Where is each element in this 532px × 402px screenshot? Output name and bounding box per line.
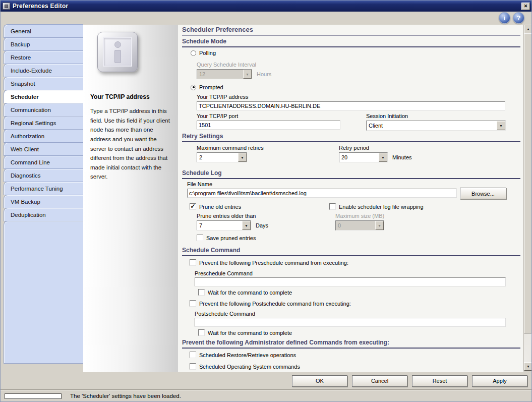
post-wait-row: ✓ Wait for the command to complete	[198, 329, 292, 336]
prevent-preschedule-checkbox[interactable]: ✓	[190, 259, 196, 266]
max-retries-select[interactable]: 2 ▼	[197, 152, 247, 162]
preschedule-command-label: Preschedule Command	[195, 270, 253, 276]
section-schedule-log: Schedule Log	[182, 169, 520, 179]
file-name-label: File Name	[187, 181, 212, 187]
prune-older-label: Prune entries older than	[197, 213, 256, 219]
sched-os-checkbox[interactable]: ✓	[190, 363, 196, 370]
sidebar-item-command-line[interactable]: Command Line	[4, 155, 83, 169]
prune-old-entries-row: ✓ Prune old entries	[190, 203, 241, 210]
prevent-postschedule-checkbox[interactable]: ✓	[190, 300, 196, 307]
scheduler-preferences-panel: Scheduler Preferences Schedule Mode Poll…	[178, 25, 523, 372]
sched-restore-checkbox[interactable]: ✓	[190, 352, 196, 358]
preschedule-command-input[interactable]	[195, 277, 506, 286]
log-wrapping-label: Enable scheduler log file wrapping	[339, 204, 424, 210]
prune-old-entries-checkbox[interactable]: ✓	[190, 203, 196, 210]
sidebar-item-restore[interactable]: Restore	[4, 50, 83, 64]
polling-label: Polling	[199, 50, 216, 56]
check-icon: ✓	[190, 203, 195, 209]
section-schedule-mode: Schedule Mode	[182, 38, 520, 47]
vertical-scrollbar[interactable]: ▲ ▼	[523, 25, 532, 371]
sidebar-item-deduplication[interactable]: Deduplication	[4, 208, 83, 221]
sidebar-item-scheduler[interactable]: Scheduler	[4, 90, 83, 103]
section-retry-settings: Retry Settings	[182, 133, 520, 142]
prevent-postschedule-row: ✓ Prevent the following Postschedule com…	[190, 300, 351, 307]
max-retries-label: Maximum command retries	[197, 145, 264, 151]
retry-period-row: 20 ▼ Minutes	[339, 152, 412, 162]
prompted-label: Prompted	[199, 84, 223, 90]
sched-restore-label: Scheduled Restore/Retrieve operations	[199, 352, 296, 358]
session-initiation-select[interactable]: Client ▼	[366, 121, 506, 131]
tcpip-address-input[interactable]	[197, 101, 505, 110]
prevent-preschedule-label: Prevent the following Preschedule comman…	[199, 260, 348, 266]
sched-os-row: ✓ Scheduled Operating System commands	[190, 363, 300, 370]
title-bar: Preferences Editor ✕	[1, 1, 531, 12]
file-name-input[interactable]	[187, 189, 457, 198]
top-toolbar: i ?	[1, 12, 531, 25]
sidebar-item-include-exclude[interactable]: Include-Exclude	[4, 64, 83, 77]
apply-button[interactable]: Apply	[472, 375, 527, 387]
reset-button[interactable]: Reset	[412, 375, 467, 387]
help-panel-body: Type a TCP/IP address in this field. Use…	[90, 106, 171, 182]
cancel-button[interactable]: Cancel	[352, 375, 407, 387]
info-icon[interactable]: i	[499, 12, 510, 24]
sched-restore-row: ✓ Scheduled Restore/Retrieve operations	[190, 352, 296, 358]
page-title: Scheduler Preferences	[182, 26, 520, 36]
dropdown-arrow-icon[interactable]: ▼	[242, 221, 251, 230]
log-wrapping-checkbox[interactable]: ✓	[329, 203, 336, 210]
sidebar: General Backup Restore Include-Exclude S…	[4, 25, 83, 372]
log-wrapping-row: ✓ Enable scheduler log file wrapping	[329, 203, 424, 210]
section-admin-commands: Prevent the following Administrator defi…	[182, 339, 520, 349]
prune-older-select[interactable]: 7 ▼	[197, 220, 251, 231]
save-pruned-label: Save pruned entries	[206, 235, 256, 241]
pre-wait-checkbox[interactable]: ✓	[198, 289, 205, 296]
sidebar-item-general[interactable]: General	[4, 24, 83, 38]
sidebar-item-snapshot[interactable]: Snapshot	[4, 77, 83, 90]
sidebar-item-authorization[interactable]: Authorization	[4, 129, 83, 143]
postschedule-command-input[interactable]	[195, 318, 506, 327]
tcpip-port-input[interactable]	[197, 121, 340, 130]
close-icon[interactable]: ✕	[521, 3, 530, 10]
post-wait-label: Wait for the command to complete	[208, 330, 292, 336]
scrollbar-thumb[interactable]	[524, 33, 532, 333]
pre-wait-label: Wait for the command to complete	[208, 290, 292, 296]
save-pruned-row: ✓ Save pruned entries	[197, 235, 256, 241]
dropdown-arrow-icon: ▼	[375, 221, 384, 230]
sidebar-item-backup[interactable]: Backup	[4, 37, 83, 51]
scrollbar-up-icon[interactable]: ▲	[524, 25, 532, 33]
sidebar-item-web-client[interactable]: Web Client	[4, 142, 83, 156]
session-initiation-label: Session Initiation	[366, 113, 408, 119]
scrollbar-down-icon[interactable]: ▼	[524, 362, 532, 371]
polling-radio[interactable]	[191, 50, 196, 56]
prune-older-unit: Days	[256, 222, 268, 228]
sidebar-filler	[4, 221, 83, 364]
sidebar-item-regional-settings[interactable]: Regional Settings	[4, 116, 83, 130]
sidebar-item-communication[interactable]: Communication	[4, 103, 83, 117]
help-panel-heading: Your TCP/IP address	[90, 93, 171, 100]
sidebar-item-vm-backup[interactable]: VM Backup	[4, 195, 83, 208]
dropdown-arrow-icon[interactable]: ▼	[379, 153, 387, 162]
sidebar-item-diagnostics[interactable]: Diagnostics	[4, 168, 83, 182]
preferences-editor-window: { "window": { "title": "Preferences Edit…	[0, 0, 532, 402]
retry-period-select[interactable]: 20 ▼	[339, 152, 388, 162]
retry-period-unit: Minutes	[392, 154, 412, 160]
prevent-postschedule-label: Prevent the following Postschedule comma…	[199, 301, 351, 307]
help-icon[interactable]: ?	[513, 12, 524, 24]
window-title: Preferences Editor	[13, 3, 521, 10]
max-size-label: Maximum size (MB)	[335, 213, 384, 219]
dropdown-arrow-icon[interactable]: ▼	[238, 153, 247, 162]
status-message: The 'Scheduler' settings have been loade…	[70, 393, 181, 399]
query-interval-row: 12 ▼ Hours	[197, 69, 271, 79]
sidebar-item-performance-tuning[interactable]: Performance Tuning	[4, 182, 83, 195]
dropdown-arrow-icon[interactable]: ▼	[497, 121, 505, 130]
post-wait-checkbox[interactable]: ✓	[198, 329, 205, 336]
app-icon	[3, 3, 10, 10]
sched-os-label: Scheduled Operating System commands	[199, 364, 300, 370]
prompted-radio[interactable]	[191, 85, 196, 90]
query-interval-label: Query Schedule Interval	[197, 62, 256, 68]
prompted-radio-row: Prompted	[191, 84, 223, 90]
query-interval-unit: Hours	[257, 71, 271, 77]
save-pruned-checkbox[interactable]: ✓	[197, 235, 203, 241]
ok-button[interactable]: OK	[292, 375, 347, 387]
browse-button[interactable]: Browse...	[460, 188, 506, 199]
info-square-icon	[97, 32, 138, 72]
